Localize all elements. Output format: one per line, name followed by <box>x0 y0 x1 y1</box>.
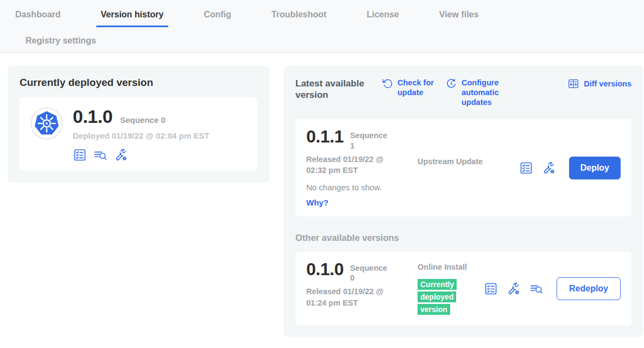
main-content: Currently deployed version <box>0 53 644 337</box>
other-version-info: 0.1.0Sequence 0 Released 01/19/22 @ 01:2… <box>306 260 418 316</box>
latest-version-actions: Deploy <box>519 157 621 179</box>
preflight-checks-icon[interactable] <box>484 282 498 296</box>
currently-deployed-badge: Currently deployed version <box>418 278 465 316</box>
tab-registry-settings[interactable]: Registry settings <box>26 36 96 46</box>
redeploy-button[interactable]: Redeploy <box>557 277 621 300</box>
deployed-version-number: 0.1.0 <box>73 106 112 127</box>
view-logs-icon[interactable] <box>93 148 108 162</box>
diff-versions-label: Diff versions <box>584 79 632 89</box>
configure-automatic-updates-label: Configure automatic updates <box>462 78 531 107</box>
available-versions-panel: Latest available version Check for updat… <box>283 66 643 337</box>
deployed-version-line: 0.1.0Sequence 0 <box>73 107 209 127</box>
tab-config[interactable]: Config <box>204 0 231 29</box>
schedule-update-icon <box>445 78 457 90</box>
other-source-column: Online Install Currently deployed versio… <box>418 260 484 316</box>
configure-automatic-updates-link[interactable]: Configure automatic updates <box>445 78 548 107</box>
top-navigation: Dashboard Version history Config Trouble… <box>0 0 644 53</box>
latest-version-number: 0.1.1 <box>306 127 344 146</box>
deploy-button[interactable]: Deploy <box>569 157 621 179</box>
nav-tabs-row-2: Registry settings <box>15 29 644 52</box>
deployed-version-card: 0.1.0Sequence 0 Deployed 01/19/22 @ 02:0… <box>20 97 257 171</box>
diff-icon <box>567 78 579 90</box>
view-logs-icon[interactable] <box>529 282 544 296</box>
kubernetes-logo-icon <box>30 107 63 140</box>
check-for-update-link[interactable]: Check for update <box>381 78 445 97</box>
diff-versions-link[interactable]: Diff versions <box>567 78 632 90</box>
other-available-versions-heading: Other available versions <box>295 233 632 243</box>
currently-deployed-badge-text: Currently deployed version <box>418 279 457 315</box>
preflight-checks-icon[interactable] <box>73 148 87 162</box>
latest-version-info: 0.1.1Sequence 1 Released 01/19/22 @ 02:3… <box>306 128 418 208</box>
deployed-version-info: 0.1.0Sequence 0 Deployed 01/19/22 @ 02:0… <box>73 107 209 162</box>
edit-config-icon[interactable] <box>542 161 556 175</box>
edit-config-icon[interactable] <box>507 282 521 296</box>
latest-source-label: Upstream Update <box>418 128 484 208</box>
deployed-timestamp: Deployed 01/19/22 @ 02:04 pm EST <box>73 131 209 140</box>
refresh-ccw-icon <box>381 78 393 90</box>
why-link[interactable]: Why? <box>306 198 329 207</box>
available-versions-header: Latest available version Check for updat… <box>295 78 632 107</box>
other-source-label: Online Install <box>418 262 484 272</box>
currently-deployed-title: Currently deployed version <box>20 77 257 89</box>
latest-sequence-label: Sequence 1 <box>350 128 390 150</box>
edit-config-icon[interactable] <box>114 148 128 162</box>
other-version-actions: Redeploy <box>484 277 621 300</box>
latest-released-timestamp: Released 01/19/22 @ 02:32 pm EST <box>306 154 397 176</box>
deployed-sequence-label: Sequence 0 <box>120 115 165 125</box>
tab-license[interactable]: License <box>367 0 399 29</box>
latest-version-row: 0.1.1Sequence 1 Released 01/19/22 @ 02:3… <box>295 119 632 216</box>
check-for-update-label: Check for update <box>397 78 442 97</box>
tab-troubleshoot[interactable]: Troubleshoot <box>272 0 326 29</box>
latest-available-title: Latest available version <box>295 78 372 101</box>
other-version-line: 0.1.0Sequence 0 <box>306 260 418 283</box>
tab-view-files[interactable]: View files <box>439 0 479 29</box>
nav-tabs-row-1: Dashboard Version history Config Trouble… <box>15 0 644 29</box>
deployed-actions <box>73 148 209 162</box>
no-changes-text: No changes to show. <box>306 183 418 192</box>
tab-version-history[interactable]: Version history <box>101 0 164 29</box>
tab-dashboard[interactable]: Dashboard <box>15 0 61 29</box>
other-released-timestamp: Released 01/19/22 @ 01:24 pm EST <box>306 286 397 308</box>
preflight-checks-icon[interactable] <box>519 161 533 175</box>
other-version-number: 0.1.0 <box>306 259 344 279</box>
other-sequence-label: Sequence 0 <box>350 260 390 283</box>
latest-version-line: 0.1.1Sequence 1 <box>306 128 418 150</box>
other-version-row: 0.1.0Sequence 0 Released 01/19/22 @ 01:2… <box>295 252 632 325</box>
currently-deployed-panel: Currently deployed version <box>8 66 269 183</box>
